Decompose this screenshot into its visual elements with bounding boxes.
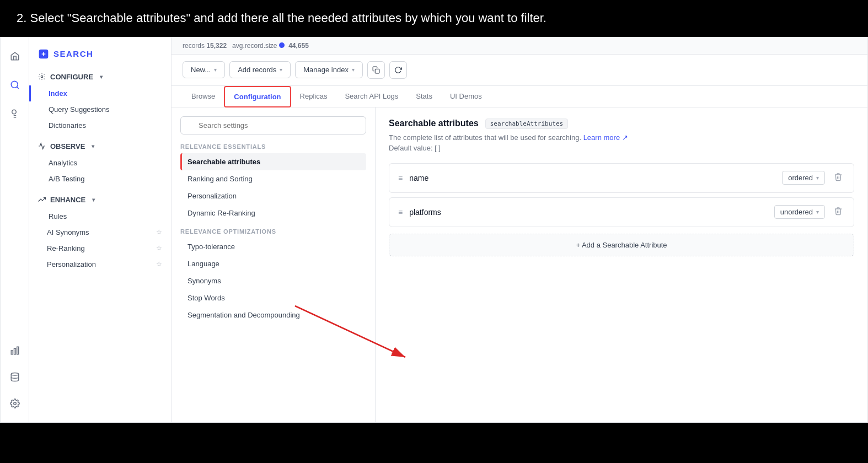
records-info: records 15,322 avg.record.size 44,655 <box>183 42 309 50</box>
svg-rect-4 <box>17 347 18 354</box>
new-chevron-icon: ▾ <box>214 67 217 73</box>
svg-rect-9 <box>375 69 379 73</box>
settings-item-synonyms[interactable]: Synonyms <box>180 272 366 289</box>
enhance-header[interactable]: ENHANCE ▾ <box>29 191 171 208</box>
settings-item-dynamic-re-ranking[interactable]: Dynamic Re-Ranking <box>180 204 366 222</box>
ai-synonyms-star-icon[interactable]: ☆ <box>156 228 162 236</box>
delete-attribute-name[interactable] <box>832 170 845 186</box>
detail-header: Searchable attributes searchableAttribut… <box>389 119 854 129</box>
tab-replicas[interactable]: Replicas <box>291 87 336 107</box>
settings-item-typo-tolerance[interactable]: Typo-tolerance <box>180 238 366 255</box>
tab-stats[interactable]: Stats <box>407 87 441 107</box>
sidebar-item-dictionaries[interactable]: Dictionaries <box>29 117 171 133</box>
svg-rect-2 <box>11 351 13 354</box>
brand-icon <box>38 49 49 60</box>
attribute-platforms-field: platforms <box>409 208 774 217</box>
delete-attribute-platforms[interactable] <box>832 204 845 220</box>
attribute-order-dropdown-platforms[interactable]: unordered ▾ <box>774 205 825 219</box>
search-nav-icon[interactable] <box>5 75 25 95</box>
observe-icon <box>38 142 46 150</box>
relevance-essentials-label: RELEVANCE ESSENTIALS <box>180 143 366 150</box>
instruction-banner: 2. Select "Searchable attributes" and ad… <box>0 0 868 37</box>
add-attribute-button[interactable]: + Add a Searchable Attribute <box>389 234 854 256</box>
enhance-chevron: ▾ <box>92 197 95 203</box>
observe-header[interactable]: OBSERVE ▾ <box>29 138 171 155</box>
manage-index-label: Manage index <box>303 66 349 74</box>
re-ranking-label: Re-Ranking <box>47 244 85 252</box>
query-suggestions-label: Query Suggestions <box>49 105 110 114</box>
detail-panel: Searchable attributes searchableAttribut… <box>376 107 867 422</box>
settings-icon[interactable] <box>5 394 25 413</box>
detail-description: The complete list of attributes that wil… <box>389 133 854 142</box>
manage-index-button[interactable]: Manage index ▾ <box>295 61 363 78</box>
add-records-button[interactable]: Add records ▾ <box>229 61 291 78</box>
settings-item-personalization[interactable]: Personalization <box>180 187 366 204</box>
sidebar-item-analytics[interactable]: Analytics <box>29 155 171 171</box>
add-attribute-label: + Add a Searchable Attribute <box>576 241 667 249</box>
new-button[interactable]: New... ▾ <box>183 61 225 78</box>
configure-gear-icon <box>38 73 46 80</box>
configure-chevron: ▾ <box>100 74 103 80</box>
sidebar-item-index[interactable]: Index <box>29 85 171 101</box>
icon-rail <box>1 37 29 422</box>
sidebar-item-ab-testing[interactable]: A/B Testing <box>29 171 171 187</box>
copy-icon <box>372 66 380 74</box>
refresh-button[interactable] <box>389 61 407 79</box>
rules-label: Rules <box>49 212 67 220</box>
trash-icon-platforms <box>834 207 843 216</box>
drag-handle-name[interactable]: ≡ <box>398 174 403 182</box>
settings-item-searchable-attributes[interactable]: Searchable attributes <box>180 153 366 170</box>
trash-icon-name <box>834 173 843 181</box>
detail-badge: searchableAttributes <box>485 119 568 129</box>
settings-item-ranking-sorting[interactable]: Ranking and Sorting <box>180 170 366 187</box>
attribute-row-platforms: ≡ platforms unordered ▾ <box>389 197 854 227</box>
sidebar-item-ai-synonyms[interactable]: AI Synonyms ☆ <box>29 224 171 240</box>
drag-handle-platforms[interactable]: ≡ <box>398 208 403 217</box>
re-ranking-star-icon[interactable]: ☆ <box>156 244 162 252</box>
order-chevron-platforms: ▾ <box>816 209 819 215</box>
configure-header[interactable]: CONFIGURE ▾ <box>29 68 171 85</box>
search-settings-input[interactable] <box>180 116 366 134</box>
settings-item-stop-words[interactable]: Stop Words <box>180 289 366 306</box>
settings-item-segmentation[interactable]: Segmentation and Decompounding <box>180 306 366 324</box>
svg-point-6 <box>13 402 16 405</box>
chart-icon[interactable] <box>5 341 25 360</box>
relevance-optimizations-label: RELEVANCE OPTIMIZATIONS <box>180 228 366 235</box>
svg-rect-3 <box>14 348 15 354</box>
lightbulb-icon[interactable] <box>5 104 25 123</box>
detail-default: Default value: [ ] <box>389 144 854 152</box>
observe-chevron: ▾ <box>92 143 94 149</box>
observe-label: OBSERVE <box>50 142 85 150</box>
enhance-section: ENHANCE ▾ Rules AI Synonyms ☆ Re-Ranking… <box>29 191 171 272</box>
sidebar-item-rules[interactable]: Rules <box>29 208 171 224</box>
refresh-icon <box>394 66 402 74</box>
copy-button[interactable] <box>367 61 385 79</box>
icon-rail-bottom <box>5 341 25 413</box>
sidebar: SEARCH CONFIGURE ▾ Index Query Suggestio… <box>29 37 172 422</box>
learn-more-link[interactable]: Learn more ↗ <box>583 133 628 142</box>
top-bar: records 15,322 avg.record.size 44,655 <box>172 37 867 55</box>
tab-search-api-logs[interactable]: Search API Logs <box>336 87 407 107</box>
configure-label: CONFIGURE <box>50 73 93 81</box>
nav-tabs: Browse Configuration Replicas Search API… <box>172 86 867 107</box>
tab-configuration[interactable]: Configuration <box>224 86 291 107</box>
tab-browse[interactable]: Browse <box>183 87 224 107</box>
home-icon[interactable] <box>5 46 25 66</box>
sidebar-item-re-ranking[interactable]: Re-Ranking ☆ <box>29 240 171 256</box>
svg-point-5 <box>11 373 19 375</box>
sidebar-item-query-suggestions[interactable]: Query Suggestions <box>29 101 171 117</box>
svg-line-1 <box>17 87 18 88</box>
order-label-platforms: unordered <box>780 208 813 216</box>
personalization-star-icon[interactable]: ☆ <box>156 260 162 268</box>
content-area: RELEVANCE ESSENTIALS Searchable attribut… <box>172 107 867 422</box>
attribute-order-dropdown-name[interactable]: ordered ▾ <box>782 171 825 185</box>
settings-sidebar: RELEVANCE ESSENTIALS Searchable attribut… <box>172 107 376 422</box>
analytics-label: Analytics <box>49 159 77 167</box>
database-icon[interactable] <box>5 367 25 387</box>
sidebar-item-personalization[interactable]: Personalization ☆ <box>29 256 171 272</box>
tab-ui-demos[interactable]: UI Demos <box>441 87 491 107</box>
settings-item-language[interactable]: Language <box>180 255 366 272</box>
ab-testing-label: A/B Testing <box>49 175 85 183</box>
attribute-row-name: ≡ name ordered ▾ <box>389 163 854 193</box>
detail-title: Searchable attributes <box>389 119 479 128</box>
